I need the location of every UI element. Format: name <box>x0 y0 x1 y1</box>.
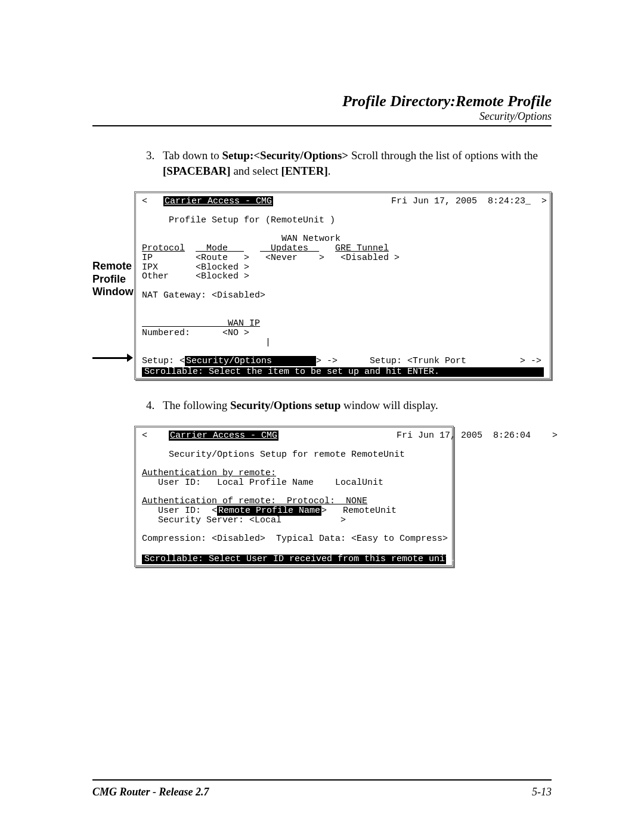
status-bar-2: Scrollable: Select User ID received from… <box>142 555 446 564</box>
term-datetime: Fri Jun 17, 2005 8:24:23_ > <box>273 196 547 206</box>
auth-by-remote-row: User ID: Local Profile Name LocalUnit <box>142 478 383 488</box>
nat-gateway-line: NAT Gateway: <Disabled> <box>142 290 265 301</box>
auth-by-remote-header: Authentication by remote: <box>142 468 276 478</box>
remote-profile-name-selected[interactable]: Remote Profile Name <box>217 506 321 516</box>
step-text: window will display. <box>340 399 438 411</box>
screen2-wrapper: < Carrier Access - CMG Fri Jun 17, 2005 … <box>134 426 552 567</box>
term-title: Carrier Access - CMG <box>169 431 278 441</box>
page-header: Profile Directory:Remote Profile Securit… <box>92 92 552 123</box>
arrow-head <box>127 354 133 362</box>
step-4-text: The following Security/Options setup win… <box>163 398 552 413</box>
step-bold-spacebar: [SPACEBAR] <box>163 165 231 177</box>
security-server-line: Security Server: <Local > <box>142 515 346 525</box>
col-protocol: Protocol <box>142 243 185 253</box>
wan-ip-header: WAN IP <box>142 318 260 329</box>
terminal-window-1: < Carrier Access - CMG Fri Jun 17, 2005 … <box>134 191 552 379</box>
compression-line: Compression: <Disabled> Typical Data: <E… <box>142 534 448 544</box>
wan-network-header: WAN Network <box>142 234 340 244</box>
status-bar-1: Scrollable: Select the item to be set up… <box>142 367 544 377</box>
row-ipx: IPX <Blocked > <box>142 262 249 272</box>
col-gre-tunnel: GRE Tunnel <box>335 243 389 253</box>
header-rule <box>92 125 552 126</box>
setup-trunk-port[interactable]: > -> Setup: <Trunk Port > -> <box>316 356 541 366</box>
security-options-setup-line: Security/Options Setup for remote Remote… <box>142 450 405 460</box>
term-text: < <box>142 196 163 206</box>
arrow-icon <box>92 354 133 362</box>
step-3-text: Tab down to Setup:<Security/Options> Scr… <box>163 148 552 178</box>
setup-pre: Setup: < <box>142 356 185 366</box>
footer-rule <box>92 779 552 781</box>
footer-left: CMG Router - Release 2.7 <box>92 786 209 798</box>
wan-ip-row: Numbered: <NO > <box>142 328 249 338</box>
step-bold-setup: Setup:<Security/Options> <box>222 149 348 162</box>
row-ip: IP <Route > <Never > <Disabled > <box>142 253 400 263</box>
step-text: . <box>328 165 331 177</box>
auth-of-remote-header: Authentication of remote: Protocol: NONE <box>142 496 367 506</box>
term-title: Carrier Access - CMG <box>163 196 273 206</box>
step-text: Scroll through the list of options with … <box>348 149 538 162</box>
step-text: and select <box>231 165 281 177</box>
cursor: | <box>142 337 271 348</box>
page-title: Profile Directory:Remote Profile <box>92 92 552 110</box>
terminal-2-content: < Carrier Access - CMG Fri Jun 17, 2005 … <box>136 428 452 565</box>
step-bold-enter: [ENTER] <box>281 165 328 177</box>
profile-setup-line: Profile Setup for (RemoteUnit ) <box>142 215 335 225</box>
term-datetime: Fri Jun 17, 2005 8:26:04 > <box>278 431 558 441</box>
step-3: 3. Tab down to Setup:<Security/Options> … <box>146 148 552 178</box>
auth-of-row-pre: User ID: < <box>142 506 217 516</box>
arrow-line <box>92 357 127 359</box>
page-footer: CMG Router - Release 2.7 5-13 <box>92 786 552 798</box>
col-updates: Updates <box>260 243 319 253</box>
terminal-window-2: < Carrier Access - CMG Fri Jun 17, 2005 … <box>134 426 454 567</box>
page-subtitle: Security/Options <box>92 110 552 123</box>
footer-page-number: 5-13 <box>532 786 552 798</box>
row-other: Other <Blocked > <box>142 271 249 281</box>
remote-profile-window-label: Remote Profile Window <box>92 260 131 299</box>
step-4: 4. The following Security/Options setup … <box>146 398 552 413</box>
step-bold-security-options: Security/Options setup <box>230 399 340 411</box>
terminal-1-content: < Carrier Access - CMG Fri Jun 17, 2005 … <box>136 193 550 377</box>
term-text: < <box>142 431 169 441</box>
step-3-number: 3. <box>146 148 163 178</box>
step-4-number: 4. <box>146 398 163 413</box>
col-mode: Mode <box>196 243 244 253</box>
step-text: Tab down to <box>163 149 222 162</box>
auth-of-row-post: > RemoteUnit <box>321 506 397 516</box>
setup-security-options-selected[interactable]: Security/Options <box>185 356 316 366</box>
step-text: The following <box>163 399 230 411</box>
screen1-wrapper: Remote Profile Window < Carrier Access -… <box>134 191 552 379</box>
